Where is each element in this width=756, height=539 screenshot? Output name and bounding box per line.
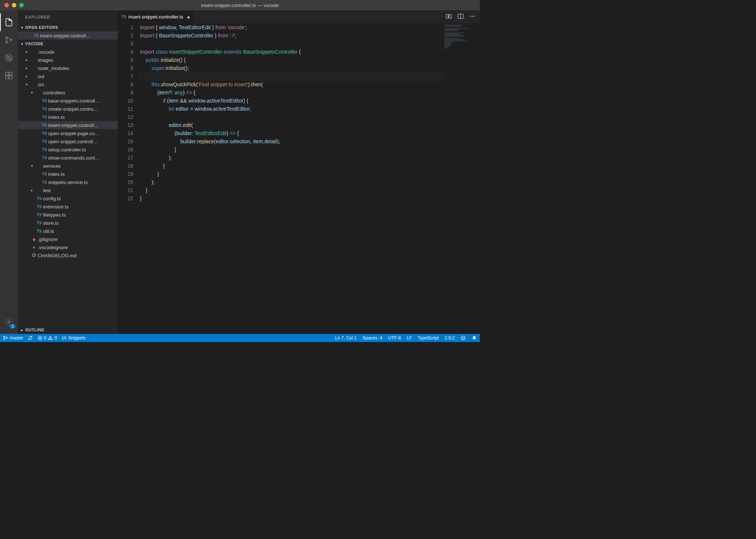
item-label: node_modules [38, 66, 69, 71]
code-line[interactable] [140, 72, 443, 80]
file-item[interactable]: TSfiletypes.ts [18, 211, 118, 219]
outline-header[interactable]: ▸ OUTLINE [18, 326, 118, 334]
code-content[interactable]: import { window, TextEditorEdit } from '… [140, 23, 443, 334]
file-item[interactable]: TSsetup.controller.ts [18, 145, 118, 154]
folder-item[interactable]: ▾controllers [18, 88, 118, 97]
feedback-icon[interactable] [461, 335, 466, 341]
language-mode[interactable]: TypeScript [418, 335, 439, 341]
minimize-window-button[interactable] [12, 3, 16, 7]
git-branch[interactable]: master [3, 335, 23, 341]
chevron-down-icon: ▾ [26, 83, 30, 86]
encoding[interactable]: UTF-8 [388, 335, 401, 341]
line-number: 13 [118, 121, 133, 129]
folder-item[interactable]: ▸node_modules [18, 64, 118, 72]
snippets-label: Snippets [68, 335, 86, 341]
file-item[interactable]: TSextension.ts [18, 202, 118, 211]
settings-badge: 1 [10, 324, 16, 329]
workspace-header[interactable]: ▾ VSCODE [18, 40, 118, 48]
sync-button[interactable] [28, 335, 33, 341]
chevron-right-icon: ▸ [26, 58, 30, 62]
more-icon[interactable] [469, 13, 475, 20]
code-line[interactable]: } [140, 194, 443, 202]
code-line[interactable]: ); [140, 178, 443, 186]
file-item[interactable]: TSbase-snippets.controll… [18, 97, 118, 105]
code-line[interactable]: public initialize() { [140, 56, 443, 64]
folder-item[interactable]: ▾services [18, 162, 118, 170]
line-number: 18 [118, 162, 133, 170]
debug-icon[interactable] [0, 49, 18, 67]
notifications-icon[interactable] [472, 335, 477, 341]
code-line[interactable]: this.showQuickPick('Find snippet to inse… [140, 80, 443, 88]
file-item[interactable]: TSutil.ts [18, 227, 118, 235]
file-item[interactable]: TSindex.ts [18, 113, 118, 121]
file-item[interactable]: TSconfig.ts [18, 194, 118, 202]
explorer-icon[interactable] [0, 13, 18, 31]
folder-item[interactable]: ▸out [18, 72, 118, 80]
cursor-position[interactable]: Ln 7, Col 1 [335, 335, 357, 341]
code-line[interactable] [140, 40, 443, 48]
file-item[interactable]: TSsnippets.service.ts [18, 178, 118, 186]
line-number: 12 [118, 113, 133, 121]
code-line[interactable]: export class InsertSnippetController ext… [140, 48, 443, 56]
open-editor-item[interactable]: TS insert-snippet.controll… [18, 31, 118, 40]
folder-item[interactable]: ▾src [18, 80, 118, 88]
titlebar: insert-snippet.controller.ts — vscode [0, 0, 480, 10]
close-window-button[interactable] [4, 3, 9, 7]
code-line[interactable]: import { BaseSnippetsController } from '… [140, 31, 443, 40]
code-line[interactable]: (builder: TextEditorEdit) => { [140, 129, 443, 137]
svg-point-24 [462, 337, 462, 338]
open-editors-header[interactable]: ▾ OPEN EDITORS [18, 23, 118, 31]
file-item[interactable]: TSstore.ts [18, 219, 118, 227]
code-line[interactable]: let editor = window.activeTextEditor; [140, 105, 443, 113]
folder-item[interactable]: ▸.vscode [18, 48, 118, 56]
compare-icon[interactable] [446, 13, 452, 20]
status-bar: master 0 0 Snippets Ln 7, Col 1 Spaces: … [0, 334, 480, 342]
code-line[interactable]: } [140, 145, 443, 154]
split-editor-icon[interactable] [458, 13, 464, 20]
snippets-status[interactable]: Snippets [61, 335, 86, 341]
file-item[interactable]: TSindex.ts [18, 170, 118, 178]
code-line[interactable]: } [140, 186, 443, 194]
scm-icon[interactable] [0, 31, 18, 49]
problems[interactable]: 0 0 [37, 335, 57, 341]
code-line[interactable]: editor.edit( [140, 121, 443, 129]
file-item[interactable]: ⓘCHANGELOG.md [18, 251, 118, 260]
settings-icon[interactable]: 1 [0, 313, 18, 331]
typescript-icon: TS [41, 131, 48, 135]
folder-item[interactable]: ▸images [18, 56, 118, 64]
line-number: 4 [118, 48, 133, 56]
typescript-version[interactable]: 2.9.2 [445, 335, 455, 341]
file-item[interactable]: TSopen-snippet.controll… [18, 137, 118, 145]
eol[interactable]: LF [407, 335, 412, 341]
code-line[interactable]: if (item && window.activeTextEditor) { [140, 97, 443, 105]
editor-body[interactable]: 12345678910111213141516171819202122 impo… [118, 23, 480, 334]
typescript-icon: TS [33, 34, 40, 38]
code-line[interactable]: } [140, 170, 443, 178]
item-label: base-snippets.controll… [48, 98, 100, 104]
code-line[interactable]: import { window, TextEditorEdit } from '… [140, 23, 443, 31]
maximize-window-button[interactable] [19, 3, 24, 7]
code-line[interactable]: builder.replace(editor.selection, item.d… [140, 137, 443, 145]
minimap[interactable] [443, 23, 480, 334]
file-item[interactable]: TSshow-commands.cont… [18, 154, 118, 162]
file-item[interactable]: TScreate-snippet.contro… [18, 105, 118, 113]
code-line[interactable] [140, 113, 443, 121]
extensions-icon[interactable] [0, 67, 18, 84]
folder-item[interactable]: ▸test [18, 186, 118, 194]
file-item[interactable]: ◆.gitignore [18, 235, 118, 243]
code-line[interactable]: (item?: any) => { [140, 88, 443, 97]
file-item[interactable]: ≡.vscodeignore [18, 243, 118, 251]
lines-icon: ≡ [30, 245, 38, 250]
tab-active[interactable]: TS insert-snippet.controller.ts ● [118, 10, 194, 23]
indentation[interactable]: Spaces: 4 [362, 335, 382, 341]
close-icon[interactable]: ● [187, 14, 190, 20]
typescript-icon: TS [41, 148, 48, 152]
file-item[interactable]: TSinsert-snippet.controll… [18, 121, 118, 129]
code-line[interactable]: } [140, 162, 443, 170]
line-number: 10 [118, 97, 133, 105]
code-line[interactable]: super.initialize(); [140, 64, 443, 72]
svg-point-1 [6, 41, 8, 43]
file-item[interactable]: TSopen-snippet-page.co… [18, 129, 118, 137]
code-line[interactable]: ); [140, 154, 443, 162]
chevron-right-icon: ▸ [31, 188, 36, 192]
